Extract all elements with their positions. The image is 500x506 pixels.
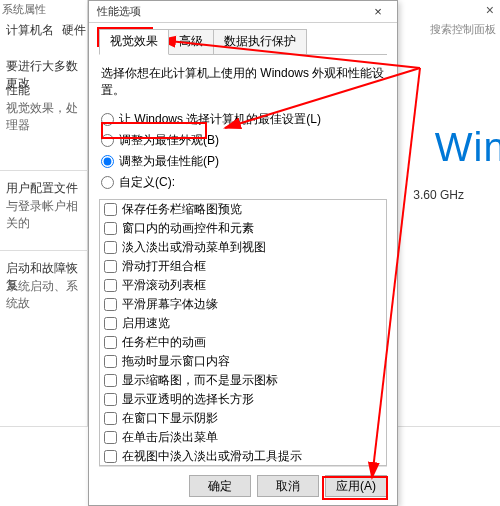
close-icon[interactable]: × — [367, 4, 389, 19]
option-label: 显示缩略图，而不是显示图标 — [122, 372, 278, 389]
bg-sec-perf: 性能 — [6, 82, 84, 99]
instruction-text: 选择你想在此计算机上使用的 Windows 外观和性能设置。 — [101, 65, 385, 99]
dialog-button-row: 确定 取消 应用(A) — [99, 466, 387, 497]
option-label: 拖动时显示窗口内容 — [122, 353, 230, 370]
radio-best-appearance[interactable]: 调整为最佳外观(B) — [101, 130, 385, 151]
bg-tabs: 计算机名 硬件 — [6, 22, 86, 39]
option-label: 保存任务栏缩略图预览 — [122, 201, 242, 218]
bg-close-icon[interactable]: × — [486, 2, 494, 18]
bg-windows-logo-text: Wind — [435, 125, 500, 170]
option-checkbox[interactable] — [104, 336, 117, 349]
option-checkbox[interactable] — [104, 298, 117, 311]
option-label: 滑动打开组合框 — [122, 258, 206, 275]
tab-dep[interactable]: 数据执行保护 — [213, 29, 307, 54]
option-label: 在视图中淡入淡出或滑动工具提示 — [122, 448, 302, 465]
option-row[interactable]: 平滑屏幕字体边缘 — [100, 295, 386, 314]
option-checkbox[interactable] — [104, 279, 117, 292]
radio-input-let-windows[interactable] — [101, 113, 114, 126]
bg-cpu-speed: 3.60 GHz — [413, 188, 464, 202]
bg-tab-hardware[interactable]: 硬件 — [62, 22, 86, 39]
tab-strip: 视觉效果 高级 数据执行保护 — [99, 29, 387, 55]
bg-search-placeholder[interactable]: 搜索控制面板 — [430, 22, 496, 37]
bg-divider-2 — [0, 250, 88, 251]
option-label: 任务栏中的动画 — [122, 334, 206, 351]
cancel-button[interactable]: 取消 — [257, 475, 319, 497]
option-row[interactable]: 淡入淡出或滑动菜单到视图 — [100, 238, 386, 257]
option-row[interactable]: 平滑滚动列表框 — [100, 276, 386, 295]
option-row[interactable]: 拖动时显示窗口内容 — [100, 352, 386, 371]
radio-custom[interactable]: 自定义(C): — [101, 172, 385, 193]
option-checkbox[interactable] — [104, 450, 117, 463]
option-row[interactable]: 在视图中淡入淡出或滑动工具提示 — [100, 447, 386, 466]
bg-sec-user: 用户配置文件 — [6, 180, 84, 197]
bg-tab-computer-name[interactable]: 计算机名 — [6, 22, 54, 39]
option-row[interactable]: 保存任务栏缩略图预览 — [100, 200, 386, 219]
option-checkbox[interactable] — [104, 431, 117, 444]
option-checkbox[interactable] — [104, 222, 117, 235]
dialog-title: 性能选项 — [97, 4, 141, 19]
bg-sec-user-desc: 与登录帐户相关的 — [6, 198, 84, 232]
option-label: 显示亚透明的选择长方形 — [122, 391, 254, 408]
option-label: 在窗口下显示阴影 — [122, 410, 218, 427]
dialog-titlebar[interactable]: 性能选项 × — [89, 1, 397, 23]
ok-button[interactable]: 确定 — [189, 475, 251, 497]
option-label: 平滑滚动列表框 — [122, 277, 206, 294]
option-checkbox[interactable] — [104, 393, 117, 406]
option-label: 淡入淡出或滑动菜单到视图 — [122, 239, 266, 256]
option-row[interactable]: 窗口内的动画控件和元素 — [100, 219, 386, 238]
background-right-panel: × 搜索控制面板 Wind 3.60 GHz — [390, 0, 500, 462]
option-label: 启用速览 — [122, 315, 170, 332]
option-row[interactable]: 显示缩略图，而不是显示图标 — [100, 371, 386, 390]
tab-advanced[interactable]: 高级 — [168, 29, 214, 54]
options-listbox[interactable]: 保存任务栏缩略图预览窗口内的动画控件和元素淡入淡出或滑动菜单到视图滑动打开组合框… — [99, 199, 387, 466]
apply-button[interactable]: 应用(A) — [325, 475, 387, 497]
bg-sec-perf-desc: 视觉效果，处理器 — [6, 100, 84, 134]
option-checkbox[interactable] — [104, 203, 117, 216]
radio-label: 调整为最佳性能(P) — [119, 153, 219, 170]
option-checkbox[interactable] — [104, 355, 117, 368]
radio-best-performance[interactable]: 调整为最佳性能(P) — [101, 151, 385, 172]
tab-visual-effects[interactable]: 视觉效果 — [99, 29, 169, 55]
option-label: 窗口内的动画控件和元素 — [122, 220, 254, 237]
radio-label: 自定义(C): — [119, 174, 175, 191]
radio-group: 让 Windows 选择计算机的最佳设置(L) 调整为最佳外观(B) 调整为最佳… — [101, 109, 385, 193]
background-left-panel: 系统属性 计算机名 硬件 要进行大多数更改 性能 视觉效果，处理器 用户配置文件… — [0, 0, 88, 462]
bg-sec-boot-desc: 系统启动、系统故 — [6, 278, 84, 312]
option-checkbox[interactable] — [104, 260, 117, 273]
bg-divider-1 — [0, 170, 88, 171]
option-checkbox[interactable] — [104, 317, 117, 330]
radio-input-custom[interactable] — [101, 176, 114, 189]
option-label: 平滑屏幕字体边缘 — [122, 296, 218, 313]
option-checkbox[interactable] — [104, 412, 117, 425]
radio-input-best-appearance[interactable] — [101, 134, 114, 147]
option-row[interactable]: 显示亚透明的选择长方形 — [100, 390, 386, 409]
option-checkbox[interactable] — [104, 241, 117, 254]
option-checkbox[interactable] — [104, 374, 117, 387]
radio-input-best-performance[interactable] — [101, 155, 114, 168]
performance-options-dialog: 性能选项 × 视觉效果 高级 数据执行保护 选择你想在此计算机上使用的 Wind… — [88, 0, 398, 506]
option-row[interactable]: 任务栏中的动画 — [100, 333, 386, 352]
option-row[interactable]: 在窗口下显示阴影 — [100, 409, 386, 428]
bg-window-title: 系统属性 — [2, 2, 46, 17]
radio-label: 让 Windows 选择计算机的最佳设置(L) — [119, 111, 321, 128]
radio-label: 调整为最佳外观(B) — [119, 132, 219, 149]
option-row[interactable]: 启用速览 — [100, 314, 386, 333]
option-row[interactable]: 滑动打开组合框 — [100, 257, 386, 276]
radio-let-windows-choose[interactable]: 让 Windows 选择计算机的最佳设置(L) — [101, 109, 385, 130]
option-label: 在单击后淡出菜单 — [122, 429, 218, 446]
option-row[interactable]: 在单击后淡出菜单 — [100, 428, 386, 447]
